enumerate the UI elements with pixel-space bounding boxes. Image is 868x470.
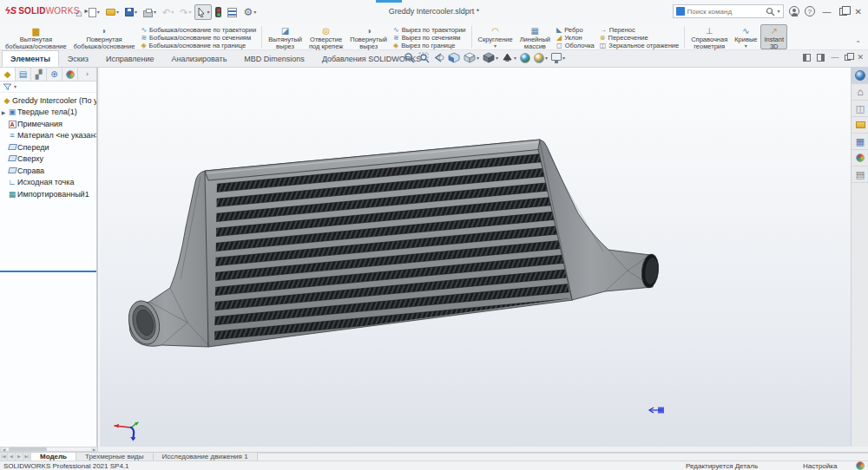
panel-tabs-overflow[interactable]: ›: [78, 68, 96, 81]
tab-features[interactable]: Элементы: [2, 50, 59, 67]
rib-button[interactable]: ◣Ребро: [556, 26, 595, 34]
hide-show-items-button[interactable]: ▾: [502, 52, 516, 63]
file-explorer-tab[interactable]: [852, 117, 868, 134]
graphics-viewport[interactable]: [100, 68, 851, 447]
previous-view-button[interactable]: [433, 52, 444, 63]
tab-evaluate[interactable]: Анализировать: [163, 50, 236, 67]
ribbon-collapse-icon[interactable]: ⌃: [855, 40, 861, 48]
command-search[interactable]: ▾: [673, 4, 784, 18]
search-icon[interactable]: [766, 7, 775, 16]
doc-close-button[interactable]: ✕: [857, 53, 864, 62]
hole-wizard-button[interactable]: ◎Отверстие под крепеж▾: [306, 24, 346, 49]
intersect-button[interactable]: ⊗Пересечение: [600, 34, 679, 42]
model-tab[interactable]: Модель: [31, 453, 76, 460]
revolved-cut-button[interactable]: ◑Повернутый вырез: [346, 24, 391, 49]
doc-minimize-button[interactable]: —: [831, 53, 838, 62]
zoom-to-area-icon: [418, 52, 430, 63]
configurationmanager-tab[interactable]: ▞: [31, 68, 47, 81]
custom-properties-icon: ▤: [856, 169, 865, 180]
next-tab-icon[interactable]: ▶: [16, 453, 23, 460]
tree-item-origin[interactable]: ∟ Исходная точка: [0, 177, 96, 189]
section-view-button[interactable]: [448, 52, 460, 63]
pane-right-icon[interactable]: [817, 54, 825, 62]
swept-boss-button[interactable]: ∿Бобышка/основание по траектории: [141, 26, 256, 34]
expand-icon[interactable]: ▶: [0, 109, 7, 115]
solidworks-resources-tab[interactable]: [852, 68, 868, 84]
tree-item-annotations[interactable]: A Примечания: [0, 118, 96, 130]
boundary-cut-button[interactable]: ◈Вырез по границе: [393, 42, 466, 49]
pane-left-icon[interactable]: [803, 54, 811, 62]
curves-icon: ∿: [742, 26, 749, 36]
dimxpertmanager-tab[interactable]: ⊕: [47, 68, 62, 81]
curves-button[interactable]: ∿Кривые▾: [731, 24, 760, 49]
scroll-thumb[interactable]: [9, 447, 47, 451]
prev-tab-icon[interactable]: ◀: [8, 453, 16, 460]
tree-item-right-plane[interactable]: Справа: [0, 165, 96, 177]
view-orientation-button[interactable]: ▾: [464, 52, 479, 63]
design-library-tab[interactable]: ⌂: [852, 84, 868, 101]
tree-item-material[interactable]: ≡ Материал <не указан>: [0, 130, 96, 142]
lofted-boss-button[interactable]: ≋Бобышка/основание по сечениям: [141, 34, 256, 42]
shell-button[interactable]: ◻Оболочка: [556, 42, 595, 49]
tab-sketch[interactable]: Эскиз: [59, 50, 97, 67]
featuremanager-tab[interactable]: ◆: [0, 68, 16, 81]
tree-item-part[interactable]: ◆ Greddy Intercooler (По умолчанию<: [0, 95, 96, 107]
draft-button[interactable]: ◢Уклон: [556, 34, 595, 42]
extruded-cut-button[interactable]: ◪Вытянутый вырез: [265, 24, 306, 49]
zoom-to-fit-button[interactable]: [404, 52, 415, 63]
tree-item-front-plane[interactable]: Спереди: [0, 141, 96, 153]
lofted-cut-icon: ≋: [393, 35, 399, 42]
tab-repair[interactable]: Исправление: [97, 50, 163, 67]
tab-mbd-dimensions[interactable]: MBD Dimensions: [235, 50, 313, 67]
propertymanager-tab[interactable]: ▤: [16, 68, 31, 81]
doc-restore-button[interactable]: [845, 55, 851, 61]
fillet-button[interactable]: ◠Скругление▾: [475, 24, 516, 49]
first-tab-icon[interactable]: |◀: [0, 453, 8, 460]
toolbox-tab[interactable]: ◫: [852, 101, 868, 117]
scroll-right-icon[interactable]: ▶: [91, 447, 97, 451]
plane-icon: [7, 166, 17, 175]
search-scope-caret[interactable]: ▾: [778, 9, 780, 14]
last-tab-icon[interactable]: ▶|: [23, 453, 31, 460]
help-icon[interactable]: ?: [805, 6, 815, 16]
status-globe-icon[interactable]: [856, 461, 865, 470]
propertymanager-icon: ▤: [19, 69, 27, 79]
scroll-left-icon[interactable]: ◀: [1, 447, 7, 451]
instant-3d-button[interactable]: ↗Instant 3D: [760, 24, 787, 49]
close-button[interactable]: ✕: [852, 7, 865, 16]
cut-group: ◪Вытянутый вырез ◎Отверстие под крепеж▾ …: [263, 24, 470, 49]
filter-caret[interactable]: ▾: [14, 84, 16, 89]
view-palette-tab[interactable]: ▦: [852, 134, 868, 150]
apply-scene-button[interactable]: ▾: [534, 53, 548, 63]
tab-navigation: |◀ ◀ ▶ ▶|: [0, 453, 31, 460]
extruded-boss-button[interactable]: ▆Вытянутая бобышка/основание: [2, 24, 70, 49]
reference-geometry-button[interactable]: ⊥Справочная геометрия▾: [687, 24, 731, 49]
lofted-cut-button[interactable]: ≋Вырез по сечениям: [393, 34, 466, 42]
linear-pattern-button[interactable]: ▦Линейный массив▾: [516, 24, 554, 49]
search-input[interactable]: [687, 8, 763, 16]
customize-label[interactable]: Настройка: [803, 462, 837, 470]
view-settings-button[interactable]: ▾: [551, 55, 565, 61]
motion-study-tab[interactable]: Исследование движения 1: [154, 453, 258, 460]
display-style-button[interactable]: ▾: [483, 52, 498, 63]
rib-draft-shell-stack: ◣Ребро ◢Уклон ◻Оболочка: [554, 24, 597, 49]
3d-views-tab[interactable]: Трехмерные виды: [76, 453, 154, 460]
tree-item-imported1[interactable]: ▦ Импортированный1: [0, 188, 96, 200]
move-button[interactable]: →Перенос: [600, 26, 679, 34]
restore-button[interactable]: [839, 8, 847, 16]
displaymanager-tab[interactable]: [62, 68, 78, 81]
custom-properties-tab[interactable]: ▤: [852, 166, 868, 183]
appearances-scenes-tab[interactable]: [852, 150, 868, 166]
tree-item-top-plane[interactable]: Сверху: [0, 153, 96, 166]
edit-appearance-button[interactable]: [520, 53, 530, 63]
mirror-button[interactable]: ◫Зеркальное отражение: [600, 42, 679, 49]
filter-funnel-icon[interactable]: [3, 83, 12, 91]
tree-item-solid-bodies[interactable]: ▶ ▣ Твердые тела(1): [0, 107, 96, 119]
zoom-to-area-button[interactable]: [418, 52, 430, 63]
revolved-boss-button[interactable]: ◗Повернутая бобышка/основание: [70, 24, 139, 49]
swept-cut-button[interactable]: ∿Вырез по траектории: [393, 26, 466, 34]
minimize-button[interactable]: —: [820, 7, 834, 16]
rollback-bar[interactable]: [0, 271, 96, 272]
boundary-boss-button[interactable]: ◈Бобышка/основание на границе: [141, 42, 256, 49]
user-account-icon[interactable]: [789, 6, 799, 16]
